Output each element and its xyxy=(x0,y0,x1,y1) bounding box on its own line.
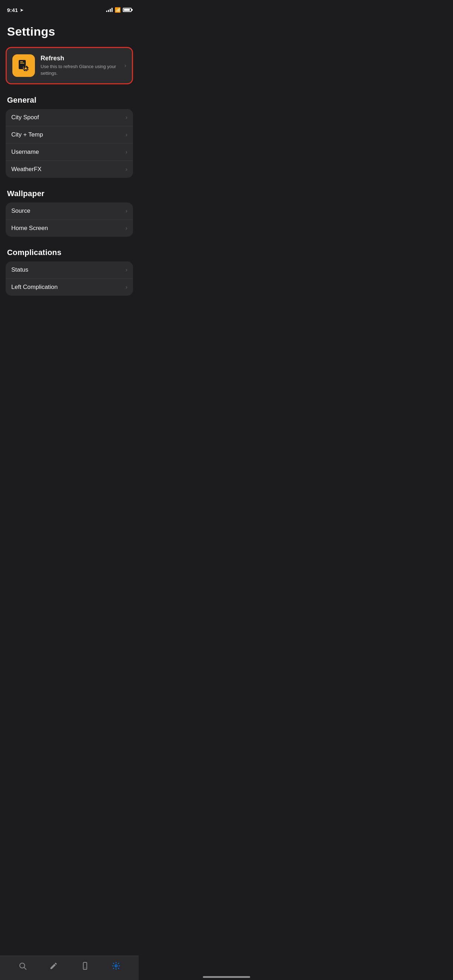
city-temp-label: City + Temp xyxy=(11,131,43,138)
status-icons: 📶 xyxy=(106,7,132,13)
section-title-complications: Complications xyxy=(0,248,139,261)
page-title: Settings xyxy=(0,18,139,47)
wifi-icon: 📶 xyxy=(114,7,121,13)
list-item-home-screen[interactable]: Home Screen › xyxy=(6,220,133,237)
status-time: 9:41 xyxy=(7,7,18,13)
signal-bar-3 xyxy=(110,9,111,12)
list-item-status[interactable]: Status › xyxy=(6,261,133,279)
home-screen-chevron: › xyxy=(126,225,127,231)
section-title-wallpaper: Wallpaper xyxy=(0,189,139,202)
signal-bar-2 xyxy=(108,10,109,12)
status-bar: 9:41 ➤ 📶 xyxy=(0,0,139,18)
list-item-city-temp[interactable]: City + Temp › xyxy=(6,126,133,143)
weatherfx-label: WeatherFX xyxy=(11,166,41,173)
signal-bar-4 xyxy=(111,8,113,12)
signal-bar-1 xyxy=(106,11,107,12)
refresh-chevron: › xyxy=(124,62,126,69)
home-screen-label: Home Screen xyxy=(11,225,48,232)
city-spoof-label: City Spoof xyxy=(11,114,39,121)
svg-point-4 xyxy=(25,67,27,70)
svg-rect-7 xyxy=(23,68,24,69)
battery-fill xyxy=(124,9,130,11)
refresh-card[interactable]: Refresh Use this to refresh Glance using… xyxy=(6,47,133,84)
left-complication-label: Left Complication xyxy=(11,284,57,291)
left-complication-chevron: › xyxy=(126,284,127,290)
source-chevron: › xyxy=(126,208,127,214)
svg-rect-6 xyxy=(25,70,26,71)
svg-rect-8 xyxy=(27,68,29,69)
wallpaper-list-group: Source › Home Screen › xyxy=(6,202,133,237)
refresh-text: Refresh Use this to refresh Glance using… xyxy=(41,55,119,76)
status-chevron: › xyxy=(126,267,127,273)
list-item-source[interactable]: Source › xyxy=(6,202,133,220)
city-spoof-chevron: › xyxy=(126,114,127,121)
refresh-icon xyxy=(17,59,31,73)
general-list-group: City Spoof › City + Temp › Username › We… xyxy=(6,109,133,178)
svg-rect-5 xyxy=(25,65,26,67)
list-item-left-complication[interactable]: Left Complication › xyxy=(6,279,133,296)
svg-rect-2 xyxy=(20,63,24,64)
svg-rect-1 xyxy=(20,61,23,62)
username-chevron: › xyxy=(126,149,127,155)
weatherfx-chevron: › xyxy=(126,166,127,172)
list-item-city-spoof[interactable]: City Spoof › xyxy=(6,109,133,126)
refresh-description: Use this to refresh Glance using your se… xyxy=(41,64,119,76)
complications-list-group: Status › Left Complication › xyxy=(6,261,133,296)
section-title-general: General xyxy=(0,95,139,109)
refresh-title: Refresh xyxy=(41,55,119,62)
list-item-weatherfx[interactable]: WeatherFX › xyxy=(6,161,133,178)
signal-bars xyxy=(106,8,113,12)
username-label: Username xyxy=(11,148,39,156)
status-label: Status xyxy=(11,266,28,274)
source-label: Source xyxy=(11,207,30,215)
location-icon: ➤ xyxy=(20,7,24,13)
list-item-username[interactable]: Username › xyxy=(6,143,133,161)
refresh-icon-container xyxy=(12,54,35,77)
city-temp-chevron: › xyxy=(126,132,127,138)
battery-icon xyxy=(123,8,132,12)
